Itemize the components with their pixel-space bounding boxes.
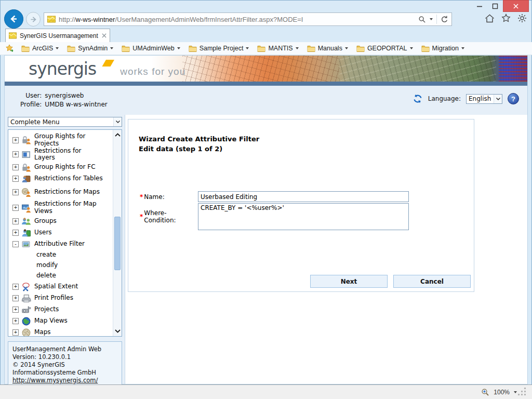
folder-icon (307, 45, 315, 52)
tree-item-restrictions-map-views[interactable]: + Restrictions for Map Views (12, 200, 122, 216)
scroll-down-icon[interactable] (113, 329, 122, 333)
language-select[interactable]: English (466, 94, 502, 104)
expand-toggle[interactable]: + (12, 151, 19, 157)
tree-item-groups[interactable]: + Groups (12, 216, 122, 227)
wizard-panel: Wizard Create Attributive Filter Edit da… (128, 119, 474, 292)
user-info: User: synergisweb Profile: UMDB w-ws-win… (20, 92, 108, 108)
folder-icon (21, 45, 30, 52)
divider (436, 15, 437, 24)
dropdown-caret-icon (461, 47, 464, 49)
name-label: *Name: (140, 191, 198, 202)
tree-item-projects[interactable]: + Projects (12, 304, 122, 315)
expand-toggle[interactable]: + (12, 176, 19, 182)
tree-item-maps[interactable]: + Maps (12, 327, 122, 337)
minimize-button[interactable] (472, 0, 487, 12)
expand-toggle[interactable]: + (12, 218, 19, 224)
expand-toggle[interactable]: + (12, 230, 19, 236)
sidebar: Complete Menu + Group Rights for Project… (5, 115, 125, 384)
map-user-icon (21, 188, 32, 197)
scrollbar-thumb[interactable] (114, 217, 121, 270)
tree-item-group-rights-projects[interactable]: + Group Rights for Projects (12, 133, 122, 148)
browser-tab[interactable]: SynerGIS Usermanagement ... (5, 29, 110, 42)
name-input[interactable] (198, 191, 409, 202)
where-condition-label: *Where-Condition: (140, 203, 198, 230)
required-marker: * (140, 193, 143, 201)
close-icon (513, 3, 519, 9)
settings-gear-icon[interactable] (517, 14, 527, 23)
expand-toggle[interactable]: + (12, 329, 19, 336)
help-icon[interactable]: ? (508, 93, 519, 104)
zoom-options-caret-icon[interactable] (514, 391, 517, 393)
reload-profile-icon[interactable] (413, 94, 423, 104)
resize-grip[interactable] (524, 388, 526, 389)
maximize-button[interactable] (487, 0, 503, 12)
select-caret-icon (113, 117, 122, 126)
logo-spark-icon (102, 60, 115, 66)
tree-item-delete[interactable]: delete (12, 271, 122, 281)
tree-item-map-views[interactable]: + Map Views (12, 315, 122, 327)
tree-item-modify[interactable]: modify (12, 260, 122, 271)
favorites-folder-manuals[interactable]: Manuals (305, 44, 352, 53)
close-button[interactable] (503, 0, 529, 12)
copyright: © 2014 SynerGIS (12, 361, 117, 369)
tree-item-group-rights-fc[interactable]: + Group Rights for FC (12, 162, 122, 173)
mapview-user-icon (21, 203, 32, 213)
zoom-level[interactable]: 100% (494, 389, 510, 396)
tree-item-restrictions-layers[interactable]: + Restrictions for Layers (12, 148, 122, 162)
tree-scrollbar[interactable] (113, 130, 122, 336)
favorites-folder-sample-project[interactable]: Sample Project (187, 44, 254, 53)
dropdown-caret-icon (177, 47, 180, 49)
expand-toggle[interactable]: + (12, 307, 19, 313)
favorites-folder-umadminweb[interactable]: UMAdminWeb (119, 44, 184, 53)
tree-item-restrictions-tables[interactable]: + Restrictions for Tables (12, 173, 122, 184)
lock-user-icon (21, 135, 32, 145)
favorites-folder-migration[interactable]: Migration (419, 44, 469, 53)
next-button[interactable]: Next (310, 275, 388, 288)
where-condition-textarea[interactable]: CREATE_BY = '<%user%>' (198, 203, 409, 230)
favorites-star-icon[interactable] (501, 14, 511, 23)
back-button[interactable] (4, 9, 23, 29)
tree-item-users[interactable]: + Users (12, 227, 122, 238)
tree-item-create[interactable]: create (12, 250, 122, 260)
banner-map-texture (182, 56, 339, 82)
expand-toggle[interactable]: + (12, 137, 19, 143)
zoom-magnifier-icon[interactable] (481, 388, 489, 396)
add-favorite-star-icon[interactable] (5, 44, 15, 53)
scroll-up-icon[interactable] (113, 133, 122, 137)
tab-close-icon[interactable] (102, 33, 107, 38)
wizard-form: *Name: *Where-Condition: CREATE_BY = '<%… (128, 191, 474, 231)
dropdown-caret-icon (296, 47, 299, 49)
address-bar[interactable]: http://w-ws-wintner/UserManagementAdminW… (44, 12, 452, 26)
expand-toggle[interactable]: + (12, 295, 19, 301)
status-bar: 100% (0, 384, 532, 399)
tree-item-print-profiles[interactable]: + Print Profiles (12, 292, 122, 304)
refresh-icon[interactable] (441, 16, 448, 23)
forward-button[interactable] (26, 12, 41, 26)
favorites-folder-arcgis[interactable]: ArcGIS (19, 44, 63, 53)
favorites-folder-mantis[interactable]: MANTIS (255, 44, 302, 53)
dropdown-caret-icon (345, 47, 348, 49)
search-options-caret-icon[interactable] (430, 18, 433, 20)
user-info-bar: User: synergisweb Profile: UMDB w-ws-win… (5, 86, 527, 115)
home-icon[interactable] (485, 14, 495, 23)
menu-filter-select[interactable]: Complete Menu (8, 117, 122, 127)
tree-item-attributive-filter[interactable]: - Attributive Filter (12, 238, 122, 250)
menu-tree: + Group Rights for Projects + Restrictio… (8, 129, 122, 337)
folder-icon (421, 45, 430, 52)
expand-toggle[interactable]: + (12, 318, 19, 324)
search-icon[interactable] (418, 16, 426, 23)
expand-toggle[interactable]: + (12, 205, 19, 211)
favorites-folder-geoportal[interactable]: GEOPORTAL (354, 44, 417, 53)
folder-icon (122, 45, 130, 52)
tree-item-restrictions-maps[interactable]: + Restrictions for Maps (12, 184, 122, 200)
expand-toggle[interactable]: + (12, 284, 19, 290)
cancel-button[interactable]: Cancel (393, 275, 471, 288)
expand-toggle[interactable]: + (12, 164, 19, 170)
expand-toggle[interactable]: + (12, 189, 19, 195)
collapse-toggle[interactable]: - (12, 241, 19, 247)
tree-item-spatial-extent[interactable]: + Spatial Extent (12, 281, 122, 292)
favorites-folder-synadmin[interactable]: SynAdmin (65, 44, 117, 53)
favorites-bar: ArcGIS SynAdmin UMAdminWeb Sample Projec… (0, 42, 532, 55)
tab-favicon-icon (9, 32, 17, 39)
synergis-link[interactable]: http://www.mysynergis.com/ (12, 377, 98, 384)
